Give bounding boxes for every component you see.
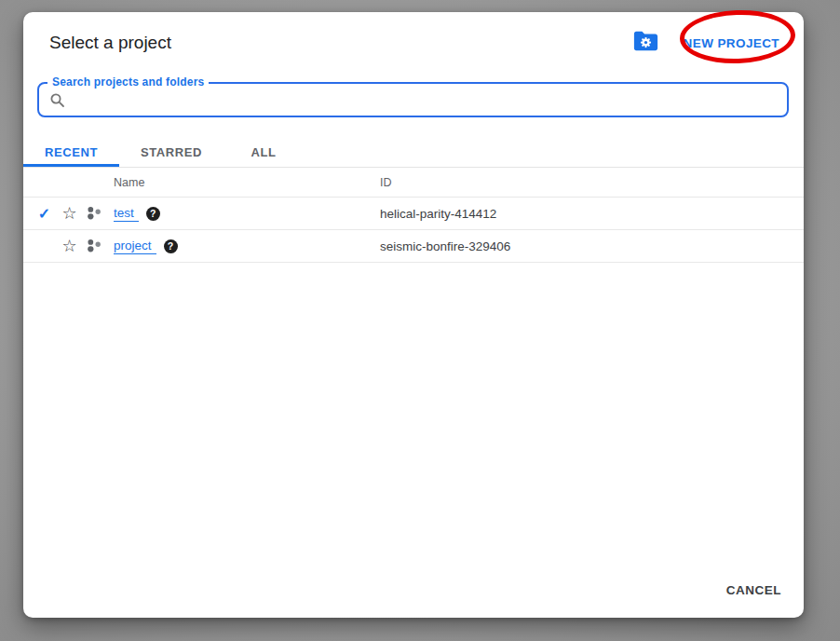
project-name-cell: test ? [114, 206, 380, 222]
project-id: seismic-bonfire-329406 [380, 239, 804, 253]
star-icon[interactable]: ☆ [61, 205, 78, 222]
column-header-name: Name [114, 176, 380, 189]
table-row[interactable]: ✓ ☆ test ? helical-parity-414412 [23, 198, 804, 230]
project-name-cell: project ? [114, 239, 380, 254]
search-input[interactable] [39, 84, 787, 116]
table-header-row: Name ID [23, 168, 804, 198]
dialog-header: Select a project [23, 12, 804, 55]
help-icon[interactable]: ? [164, 239, 178, 253]
new-project-button[interactable]: NEW PROJECT [684, 36, 779, 50]
folder-gear-icon [632, 30, 659, 56]
project-link[interactable]: test [114, 206, 139, 222]
manage-resources-button[interactable] [632, 30, 659, 56]
project-icon [86, 204, 103, 224]
star-icon[interactable]: ☆ [61, 238, 78, 254]
header-actions: NEW PROJECT [632, 30, 779, 56]
column-header-id: ID [380, 176, 804, 189]
dialog-title: Select a project [49, 33, 171, 53]
tab-starred[interactable]: STARRED [119, 137, 224, 167]
project-link[interactable]: project [114, 239, 156, 254]
cancel-button[interactable]: CANCEL [726, 583, 781, 597]
tab-bar: RECENT STARRED ALL [23, 137, 804, 168]
project-icon [86, 237, 103, 256]
selected-check-icon: ✓ [35, 205, 53, 223]
help-icon[interactable]: ? [146, 207, 160, 221]
table-row[interactable]: ☆ project ? seismic-bonfire-329406 [23, 230, 804, 263]
search-field[interactable]: Search projects and folders [37, 82, 789, 117]
tab-recent[interactable]: RECENT [23, 137, 119, 167]
tab-all[interactable]: ALL [224, 137, 304, 167]
project-id: helical-parity-414412 [380, 207, 804, 221]
row-icons: ✓ ☆ [23, 204, 114, 224]
row-icons: ☆ [23, 237, 114, 256]
select-project-dialog: Select a project [23, 12, 804, 618]
